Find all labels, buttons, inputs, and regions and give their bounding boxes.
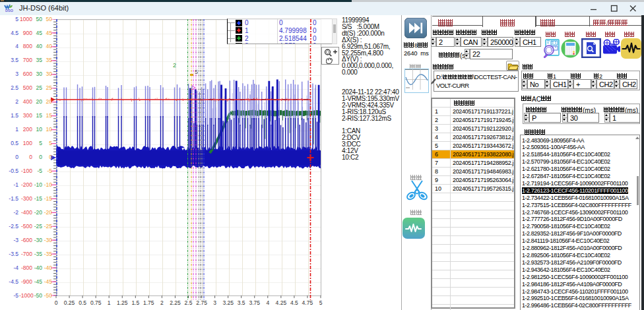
svg-text:5: 5 xyxy=(195,69,198,75)
svg-text:2: 2 xyxy=(173,62,176,69)
svg-text:DSO: DSO xyxy=(5,9,13,13)
